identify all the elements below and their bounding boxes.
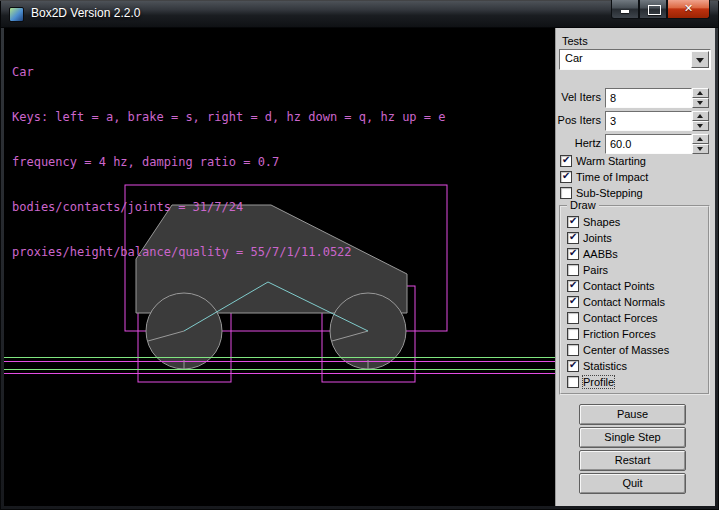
vel-iters-down-button[interactable] — [692, 98, 709, 108]
checkbox-box[interactable] — [560, 171, 572, 183]
vel-iters-stepper — [692, 88, 709, 108]
window-title: Box2D Version 2.2.0 — [31, 0, 140, 28]
single-step-button[interactable]: Single Step — [579, 427, 686, 448]
vel-iters-up-button[interactable] — [692, 88, 709, 98]
close-button[interactable] — [667, 0, 710, 19]
titlebar[interactable]: Box2D Version 2.2.0 — [0, 0, 719, 28]
simulation-canvas[interactable]: Car Keys: left = a, brake = s, right = d… — [4, 28, 555, 506]
control-panel: Tests Car Vel Iters 8 Pos Iters 3 — [555, 28, 715, 506]
restart-button[interactable]: Restart — [579, 450, 686, 471]
checkbox-pairs[interactable]: Pairs — [567, 263, 608, 277]
draw-group: Draw Shapes Joints AABBs Pairs — [559, 205, 710, 395]
checkbox-box[interactable] — [560, 187, 572, 199]
debug-text: Car Keys: left = a, brake = s, right = d… — [12, 35, 445, 290]
hertz-label: Hertz — [556, 137, 601, 149]
checkbox-box[interactable] — [567, 216, 579, 228]
checkbox-box[interactable] — [567, 296, 579, 308]
tests-label: Tests — [562, 35, 588, 47]
tests-dropdown[interactable]: Car — [559, 49, 711, 70]
checkbox-contact-forces[interactable]: Contact Forces — [567, 311, 658, 325]
hertz-input[interactable]: 60.0 — [605, 134, 692, 154]
chevron-down-icon[interactable] — [691, 51, 709, 68]
pos-iters-input[interactable]: 3 — [605, 111, 692, 131]
hertz-stepper — [692, 134, 709, 154]
checkbox-contact-points[interactable]: Contact Points — [567, 279, 655, 293]
tests-dropdown-value: Car — [565, 52, 583, 64]
checkbox-box[interactable] — [567, 312, 579, 324]
checkbox-aabbs[interactable]: AABBs — [567, 247, 618, 261]
vel-iters-row: Vel Iters 8 — [556, 88, 716, 108]
checkbox-sub-stepping[interactable]: Sub-Stepping — [560, 186, 643, 200]
checkbox-warm-starting[interactable]: Warm Starting — [560, 154, 646, 168]
debug-line-keys: Keys: left = a, brake = s, right = d, hz… — [12, 110, 445, 125]
debug-line-counts: bodies/contacts/joints = 31/7/24 — [12, 200, 445, 215]
checkbox-shapes[interactable]: Shapes — [567, 215, 620, 229]
checkbox-box[interactable] — [560, 155, 572, 167]
checkbox-box[interactable] — [567, 280, 579, 292]
hertz-row: Hertz 60.0 — [556, 134, 716, 154]
pos-iters-stepper — [692, 111, 709, 131]
debug-line-frequency: frequency = 4 hz, damping ratio = 0.7 — [12, 155, 445, 170]
checkbox-box[interactable] — [567, 360, 579, 372]
vel-iters-label: Vel Iters — [556, 91, 601, 103]
checkbox-friction-forces[interactable]: Friction Forces — [567, 327, 656, 341]
client-area: Car Keys: left = a, brake = s, right = d… — [4, 28, 715, 506]
debug-line-title: Car — [12, 65, 445, 80]
window-controls — [611, 0, 710, 19]
draw-group-title: Draw — [567, 199, 599, 211]
checkbox-box[interactable] — [567, 376, 579, 388]
vel-iters-input[interactable]: 8 — [605, 88, 692, 108]
minimize-button[interactable] — [611, 0, 639, 19]
pos-iters-label: Pos Iters — [556, 114, 601, 126]
checkbox-box[interactable] — [567, 264, 579, 276]
checkbox-joints[interactable]: Joints — [567, 231, 612, 245]
checkbox-profile[interactable]: Profile — [567, 375, 614, 389]
checkbox-box[interactable] — [567, 328, 579, 340]
checkbox-box[interactable] — [567, 344, 579, 356]
pause-button[interactable]: Pause — [579, 404, 686, 425]
app-window: Box2D Version 2.2.0 — [0, 0, 719, 510]
checkbox-center-of-masses[interactable]: Center of Masses — [567, 343, 669, 357]
app-icon[interactable] — [9, 7, 24, 22]
checkbox-box[interactable] — [567, 232, 579, 244]
pos-iters-row: Pos Iters 3 — [556, 111, 716, 131]
checkbox-time-of-impact[interactable]: Time of Impact — [560, 170, 648, 184]
debug-line-proxies: proxies/height/balance/quality = 55/7/1/… — [12, 245, 445, 260]
pos-iters-up-button[interactable] — [692, 111, 709, 121]
pos-iters-down-button[interactable] — [692, 121, 709, 131]
quit-button[interactable]: Quit — [579, 473, 686, 494]
checkbox-contact-normals[interactable]: Contact Normals — [567, 295, 665, 309]
checkbox-statistics[interactable]: Statistics — [567, 359, 627, 373]
checkbox-box[interactable] — [567, 248, 579, 260]
hertz-down-button[interactable] — [692, 144, 709, 154]
hertz-up-button[interactable] — [692, 134, 709, 144]
maximize-button[interactable] — [639, 0, 667, 19]
